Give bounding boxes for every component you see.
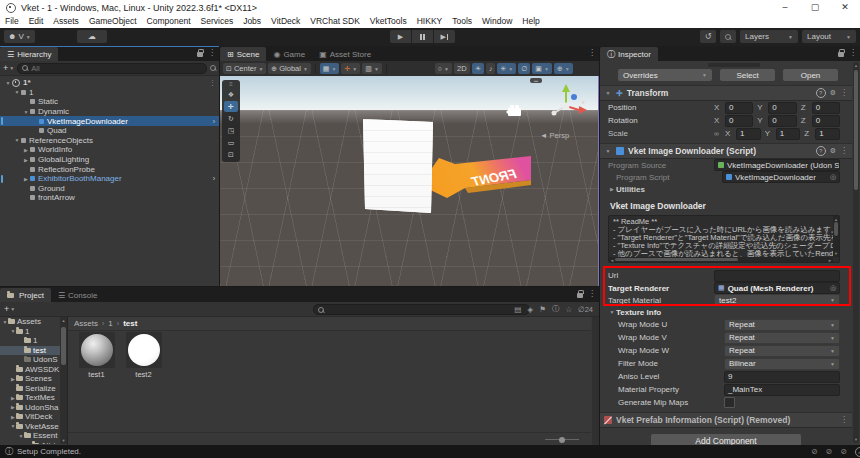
move-tool-button[interactable]: ✛ bbox=[224, 101, 238, 112]
project-tree-item-essent[interactable]: ▼Essent bbox=[0, 431, 60, 441]
scroll-up-icon[interactable]: ▲ bbox=[853, 63, 859, 68]
effects-toggle-button[interactable]: ✳▼ bbox=[497, 63, 516, 74]
hierarchy-scene-splitter[interactable] bbox=[219, 46, 220, 286]
step-button[interactable]: ▶ bbox=[434, 30, 455, 43]
pause-button[interactable] bbox=[412, 30, 433, 43]
generate-mip-maps-checkbox[interactable] bbox=[724, 397, 735, 408]
readme-vertical-scrollbar[interactable]: ▲ ▼ bbox=[833, 216, 839, 257]
position-y-input[interactable]: 0 bbox=[768, 102, 796, 114]
position-z-input[interactable]: 0 bbox=[812, 102, 840, 114]
scroll-left-icon[interactable]: ◄ bbox=[610, 258, 614, 263]
2d-toggle-button[interactable]: 2D bbox=[454, 63, 470, 74]
material-property-input[interactable]: _MainTex bbox=[724, 384, 840, 396]
menu-item-vitdeck[interactable]: VitDeck bbox=[266, 15, 305, 28]
undo-history-button[interactable]: ↺ bbox=[700, 30, 716, 43]
open-prefab-chevron-icon[interactable]: › bbox=[213, 118, 215, 125]
project-tree-item-udonsha[interactable]: ▶UdonSha bbox=[0, 403, 60, 413]
lighting-toggle-button[interactable]: ☀ bbox=[472, 63, 484, 74]
menu-item-vrchat-sdk[interactable]: VRChat SDK bbox=[305, 15, 365, 28]
utilities-foldout[interactable]: Utilities bbox=[616, 185, 645, 194]
menu-item-help[interactable]: Help bbox=[517, 15, 544, 28]
position-x-input[interactable]: 0 bbox=[725, 102, 753, 114]
hierarchy-item-1[interactable]: ▼1 bbox=[0, 88, 219, 98]
foldout-icon[interactable]: ▼ bbox=[4, 80, 12, 86]
hierarchy-item-Dynamic[interactable]: ▼Dynamic bbox=[0, 107, 219, 117]
project-tree-item-awssdk[interactable]: AWSSDK bbox=[0, 365, 60, 375]
target-renderer-field[interactable]: ▦ Quad (Mesh Renderer) ◎ bbox=[714, 282, 840, 294]
aniso-level-input[interactable]: 9 bbox=[724, 371, 840, 383]
camera-gizmo[interactable] bbox=[508, 108, 521, 116]
rotate-tool-button[interactable]: ↻ bbox=[224, 113, 238, 124]
transform-component-header[interactable]: ▼ ✛ Transform ? ⚙ ⋮ bbox=[600, 85, 852, 101]
rotation-y-input[interactable]: 0 bbox=[768, 115, 796, 127]
lock-icon[interactable] bbox=[577, 293, 583, 298]
scale-z-input[interactable]: 1 bbox=[815, 128, 840, 140]
project-tree-item-assets[interactable]: ▼Assets bbox=[0, 317, 60, 327]
z-axis-ball[interactable] bbox=[571, 94, 577, 100]
scene-viewport[interactable]: FRONT ≡ ❖ ✛ ↻ ◳ ▭ ⊡ y bbox=[220, 76, 599, 286]
hierarchy-item-WorldInfo[interactable]: ▶WorldInfo bbox=[0, 145, 219, 155]
cloud-services-button[interactable]: ☁ bbox=[77, 30, 107, 43]
foldout-icon[interactable]: ▼ bbox=[22, 109, 30, 115]
transform-tool-button[interactable]: ⊡ bbox=[224, 149, 238, 160]
kebab-menu-icon[interactable]: ⋮ bbox=[588, 49, 596, 57]
link-scale-icon[interactable]: ∞ bbox=[714, 130, 719, 137]
foldout-icon[interactable]: ▼ bbox=[608, 309, 616, 315]
project-tree-item-serialize[interactable]: Serialize bbox=[0, 384, 60, 394]
tab-asset-store[interactable]: ▣Asset Store bbox=[312, 47, 378, 61]
breadcrumb-item-test[interactable]: test bbox=[123, 319, 137, 328]
kebab-menu-icon[interactable]: ⋮ bbox=[849, 49, 857, 57]
overrides-dropdown[interactable]: Overrides ▼ bbox=[618, 69, 712, 81]
draw-mode-button[interactable]: ○▼ bbox=[435, 63, 452, 74]
target-material-dropdown[interactable]: test2 ▼ bbox=[714, 294, 840, 306]
play-button[interactable]: ▶ bbox=[390, 30, 411, 43]
layers-dropdown[interactable]: Layers ▼ bbox=[740, 30, 798, 43]
menu-item-file[interactable]: File bbox=[0, 15, 24, 28]
tab-hierarchy[interactable]: ☰ Hierarchy bbox=[0, 47, 58, 61]
project-tree-item-textmes[interactable]: ▶TextMes bbox=[0, 393, 60, 403]
preset-icon[interactable]: ⚙ bbox=[830, 147, 836, 155]
grid-visibility-button[interactable]: ▦▼ bbox=[320, 63, 340, 74]
readme-box[interactable]: ** ReadMe **- プレイヤーがブースに入った時にURLから画像を読み込… bbox=[608, 215, 840, 263]
help-icon[interactable]: ? bbox=[816, 88, 826, 98]
hierarchy-item-Ground[interactable]: Ground bbox=[0, 184, 219, 194]
hierarchy-search-input[interactable]: All bbox=[17, 63, 207, 74]
scroll-up-icon[interactable]: ▲ bbox=[62, 318, 66, 323]
texture-info-foldout[interactable]: Texture Info bbox=[616, 308, 661, 317]
rect-tool-button[interactable]: ▭ bbox=[224, 137, 238, 148]
lock-icon[interactable] bbox=[838, 52, 844, 57]
tab-scene[interactable]: ⊞Scene bbox=[220, 47, 266, 61]
label-icon[interactable]: ⚑ bbox=[539, 305, 546, 314]
account-button[interactable]: ☻ V ▼ bbox=[4, 30, 35, 43]
menu-item-assets[interactable]: Assets bbox=[48, 15, 84, 28]
foldout-icon[interactable]: ▶ bbox=[22, 176, 30, 182]
hierarchy-item-ExhibitorBoothManager[interactable]: ▶ExhibitorBoothManager› bbox=[0, 174, 219, 184]
select-button[interactable]: Select bbox=[720, 69, 775, 81]
menu-item-jobs[interactable]: Jobs bbox=[238, 15, 266, 28]
cache-server-disabled-icon[interactable]: ⊘ bbox=[811, 447, 818, 456]
thumbnail-zoom-slider[interactable] bbox=[545, 439, 579, 440]
filter-mode-dropdown[interactable]: Bilinear▼ bbox=[724, 358, 840, 370]
camera-settings-button[interactable]: ▣▼ bbox=[532, 63, 552, 74]
kebab-menu-icon[interactable]: ⋮ bbox=[840, 416, 848, 424]
cloud-disabled-icon[interactable]: ⊘ bbox=[840, 447, 847, 456]
asset-item-test2[interactable]: test2 bbox=[125, 332, 162, 379]
url-input[interactable] bbox=[714, 270, 840, 282]
snap-increment-button[interactable]: ✛▼ bbox=[341, 63, 360, 74]
search-by-type-icon[interactable]: ▤ bbox=[514, 305, 521, 314]
project-tree-item-1[interactable]: ▼1 bbox=[0, 327, 60, 337]
overlay-handle-icon[interactable]: ≡ bbox=[229, 82, 233, 88]
foldout-icon[interactable]: ▶ bbox=[22, 157, 30, 163]
y-axis-cone[interactable] bbox=[562, 84, 570, 92]
hierarchy-item-frontArrow[interactable]: frontArrow bbox=[0, 193, 219, 203]
menu-item-window[interactable]: Window bbox=[477, 15, 517, 28]
overlay-collapsed-handle[interactable]: ▬ bbox=[530, 78, 542, 83]
hierarchy-item-ReflectionProbe[interactable]: ReflectionProbe bbox=[0, 164, 219, 174]
grid-snapping-button[interactable]: ▥▼ bbox=[362, 63, 382, 74]
foldout-icon[interactable]: ▶ bbox=[22, 147, 30, 153]
rotation-x-input[interactable]: 0 bbox=[725, 115, 753, 127]
kebab-menu-icon[interactable]: ⋮ bbox=[840, 89, 848, 97]
package-visibility-icon[interactable]: ◈ bbox=[527, 305, 533, 314]
help-icon[interactable]: ? bbox=[816, 146, 826, 156]
hierarchy-item-GlobalLighting[interactable]: ▶GlobalLighting bbox=[0, 155, 219, 165]
